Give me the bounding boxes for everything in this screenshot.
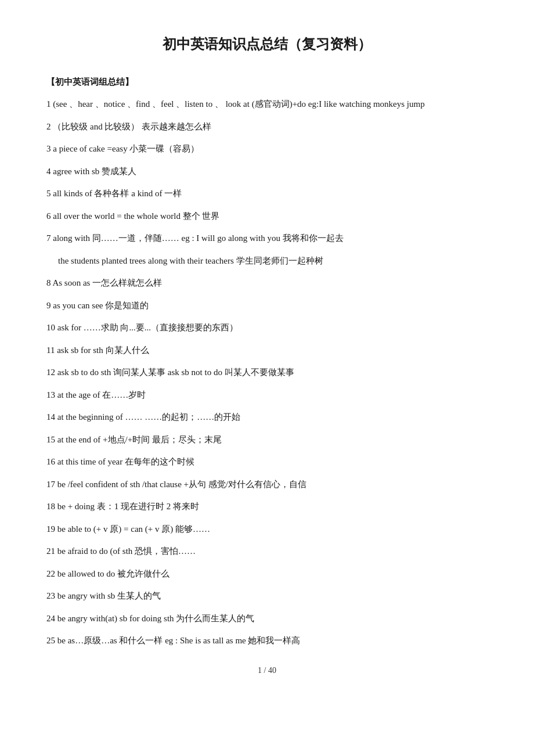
list-item-7: 7 along with 同……一道，伴随…… eg : I will go a…: [46, 231, 488, 246]
list-item-19: 19 be able to (+ v 原) = can (+ v 原) 能够……: [46, 522, 488, 537]
page-footer: 1 / 40: [46, 666, 488, 675]
list-item-1: 1 (see 、hear 、notice 、find 、feel 、listen…: [46, 97, 488, 112]
list-item-12: 12 ask sb to do sth 询问某人某事 ask sb not to…: [46, 365, 488, 380]
list-item-22: 22 be allowed to do 被允许做什么: [46, 567, 488, 582]
list-item-4: 4 agree with sb 赞成某人: [46, 164, 488, 179]
list-item-14: 14 at the beginning of …… ……的起初；……的开始: [46, 410, 488, 425]
list-item-8: 8 As soon as 一怎么样就怎么样: [46, 276, 488, 291]
section-header: 【初中英语词组总结】: [46, 77, 488, 88]
list-item-5: 5 all kinds of 各种各样 a kind of 一样: [46, 186, 488, 201]
list-item-25: 25 be as…原级…as 和什么一样 eg : She is as tall…: [46, 633, 488, 649]
list-item-2: 2 （比较级 and 比较级） 表示越来越怎么样: [46, 120, 488, 135]
list-item-15: 15 at the end of +地点/+时间 最后；尽头；末尾: [46, 433, 488, 448]
list-item-13: 13 at the age of 在……岁时: [46, 388, 488, 403]
list-item-16: 16 at this time of year 在每年的这个时候: [46, 455, 488, 470]
list-item-17: 17 be /feel confident of sth /that claus…: [46, 477, 488, 492]
list-item-9: 9 as you can see 你是知道的: [46, 298, 488, 314]
list-item-3: 3 a piece of cake =easy 小菜一碟（容易）: [46, 142, 488, 157]
page-title: 初中英语知识点总结（复习资料）: [46, 35, 488, 53]
list-item-7b: the students planted trees along with th…: [46, 254, 488, 269]
list-item-18: 18 be + doing 表：1 现在进行时 2 将来时: [46, 499, 488, 514]
list-item-11: 11 ask sb for sth 向某人什么: [46, 343, 488, 358]
list-item-10: 10 ask for ……求助 向...要...（直接接想要的东西）: [46, 321, 488, 336]
list-item-23: 23 be angry with sb 生某人的气: [46, 589, 488, 604]
list-item-21: 21 be afraid to do (of sth 恐惧，害怕……: [46, 544, 488, 559]
list-item-24: 24 be angry with(at) sb for doing sth 为什…: [46, 611, 488, 627]
list-item-6: 6 all over the world = the whole world 整…: [46, 209, 488, 224]
